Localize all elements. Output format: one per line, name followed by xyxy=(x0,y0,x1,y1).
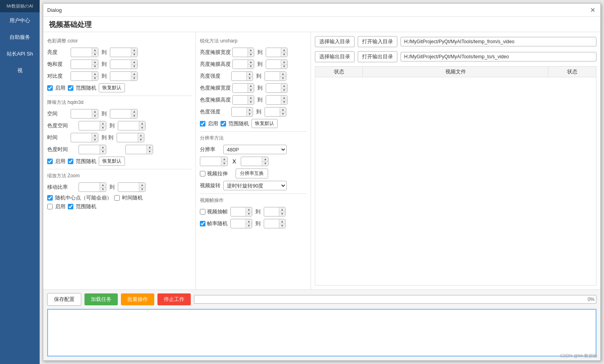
frame-random-label: 帧率随机 xyxy=(207,220,229,227)
space-from-down[interactable]: ▼ xyxy=(92,114,98,119)
contrast-from-up[interactable]: ▲ xyxy=(92,72,98,77)
saturation-from-up[interactable]: ▲ xyxy=(92,60,98,65)
brightness-to-wrap: 0.30 ▲ ▼ xyxy=(110,48,138,57)
brt-strength-label: 亮度强度 xyxy=(200,73,230,80)
frame-extract-checkbox[interactable] xyxy=(200,209,205,215)
close-button[interactable]: ✕ xyxy=(589,6,596,14)
sharpen-random-checkbox[interactable] xyxy=(221,121,226,126)
output-dir-path: H:/MyGitProject/PyQt/MyAITools/temp_to/s… xyxy=(401,52,596,61)
select-input-dir-button[interactable]: 选择输入目录 xyxy=(315,36,355,47)
rotation-select[interactable]: 不旋转 顺时针旋转90度 逆时针旋转90度 旋转180度 xyxy=(223,181,287,190)
sharpen-reset-button[interactable]: 恢复默认 xyxy=(251,119,278,128)
dialog-title: Dialog xyxy=(47,7,62,13)
batch-op-button[interactable]: 批量操作 xyxy=(121,293,154,305)
file-table-header: 状态 视频文件 状态 xyxy=(315,66,596,77)
brightness-to-up[interactable]: ▲ xyxy=(131,48,137,53)
brt-mask-w-label: 亮度掩膜宽度 xyxy=(200,49,231,56)
output-dir-row: 选择输出目录 打开输出目录 H:/MyGitProject/PyQt/MyAIT… xyxy=(315,51,596,62)
sharpen-random-label: 范围随机 xyxy=(228,120,249,127)
zoom-random-center-checkbox[interactable] xyxy=(47,195,53,201)
space-to-up[interactable]: ▲ xyxy=(131,109,137,114)
denoise-section-title: 降噪方法 hqdn3d xyxy=(47,99,192,106)
sidebar-item-usercenter[interactable]: 用户中心 xyxy=(0,12,40,29)
denoise-divider xyxy=(47,169,192,169)
rotation-divider xyxy=(200,193,307,194)
space-from-up[interactable]: ▲ xyxy=(92,109,98,114)
chroma-strength-label: 色度强度 xyxy=(200,108,230,115)
sidebar-header: Mr数据杨のAI xyxy=(0,0,40,12)
zoom-time-random-label: 时间随机 xyxy=(122,194,143,201)
col-status2: 状态 xyxy=(548,67,596,77)
stretch-row: 视频拉伸 分辨率互换 xyxy=(200,169,307,178)
time-label: 时间 xyxy=(47,134,69,141)
denoise-checkbox-row: 启用 范围随机 恢复默认 xyxy=(47,157,192,166)
stretch-checkbox[interactable] xyxy=(200,171,205,176)
open-input-dir-button[interactable]: 打开输入目录 xyxy=(358,36,397,47)
brightness-from-up[interactable]: ▲ xyxy=(92,48,98,53)
sharpen-enable-label: 启用 xyxy=(208,120,218,127)
resolution-row: 分辨率 480P 720P 1080P 原始 xyxy=(200,145,307,154)
open-output-dir-button[interactable]: 打开输出目录 xyxy=(358,51,397,62)
saturation-to-down[interactable]: ▼ xyxy=(131,65,137,69)
brightness-to-label: 到 xyxy=(100,49,108,56)
zoom-checkbox-row2: 启用 范围随机 xyxy=(47,203,192,210)
frame-extract-label: 视频抽帧 xyxy=(207,208,229,215)
chroma-space-row: 色度空间 0.50 ▲ ▼ 到 3.00 ▲ xyxy=(47,121,192,130)
dialog-main-title: 视频基础处理 xyxy=(43,17,600,32)
sidebar-item-selfservice[interactable]: 自助服务 xyxy=(0,29,40,46)
denoise-random-label: 范围随机 xyxy=(76,158,96,165)
chroma-mask-h-row: 色度掩膜高度 3 ▲ ▼ 到 3 ▲ xyxy=(200,95,307,105)
file-table-body xyxy=(315,77,596,285)
brightness-label: 亮度 xyxy=(47,49,69,56)
sidebar-item-api[interactable]: 站长API Sh xyxy=(0,46,40,62)
resolution-label: 分辨率 xyxy=(200,146,222,153)
saturation-to-up[interactable]: ▲ xyxy=(131,60,137,65)
col-file: 视频文件 xyxy=(363,67,548,77)
frame-extract-row: 视频抽帧 10 ▲ ▼ 到 20 ▲ xyxy=(200,207,307,216)
space-to-down[interactable]: ▼ xyxy=(131,114,137,119)
middle-panel: 锐化方法 unsharp 亮度掩膜宽度 3 ▲ ▼ 到 3 xyxy=(196,32,311,289)
zoom-enable-checkbox[interactable] xyxy=(47,204,53,209)
contrast-to-up[interactable]: ▲ xyxy=(131,72,137,77)
contrast-to-down[interactable]: ▼ xyxy=(131,77,137,81)
resolution-select[interactable]: 480P 720P 1080P 原始 xyxy=(223,145,287,154)
brightness-to-down[interactable]: ▼ xyxy=(131,53,137,57)
bottom-bar: 保存配置 加载任务 批量操作 停止工作 0% xyxy=(43,289,600,309)
denoise-random-checkbox[interactable] xyxy=(68,159,73,164)
x-label: X xyxy=(229,158,239,165)
time-row: 时间 0 ▲ ▼ 到 到 2 ▲ xyxy=(47,133,192,142)
select-output-dir-button[interactable]: 选择输出目录 xyxy=(315,51,355,62)
dialog-overlay: Dialog ✕ 视频基础处理 色彩调整 color 亮度 0.10 xyxy=(40,0,604,364)
zoom-time-random-checkbox[interactable] xyxy=(114,195,120,201)
frame-random-checkbox[interactable] xyxy=(200,221,205,226)
sharpen-divider xyxy=(200,131,307,132)
save-config-button[interactable]: 保存配置 xyxy=(47,293,81,306)
left-panel: 色彩调整 color 亮度 0.10 ▲ ▼ 到 xyxy=(43,32,196,289)
zoom-random-label: 范围随机 xyxy=(76,203,96,210)
zoom-random-checkbox[interactable] xyxy=(68,204,73,209)
color-enable-checkbox[interactable] xyxy=(47,85,53,91)
watermark: CSDN @Mr.数据杨 xyxy=(560,353,597,359)
color-random-label: 范围随机 xyxy=(76,84,96,92)
log-area xyxy=(47,309,596,356)
denoise-enable-label: 启用 xyxy=(55,158,65,165)
contrast-from-down[interactable]: ▼ xyxy=(92,77,98,81)
denoise-reset-button[interactable]: 恢复默认 xyxy=(99,157,125,166)
sidebar-item-video[interactable]: 视 xyxy=(0,62,40,79)
swap-button[interactable]: 分辨率互换 xyxy=(236,169,268,178)
brightness-from-wrap: 0.10 ▲ ▼ xyxy=(71,48,98,57)
move-rate-row: 移动比率 0.40 ▲ ▼ 到 0.50 ▲ xyxy=(47,182,192,192)
brightness-from-down[interactable]: ▼ xyxy=(92,53,98,57)
denoise-enable-checkbox[interactable] xyxy=(47,159,53,164)
saturation-from-down[interactable]: ▼ xyxy=(92,65,98,69)
stop-work-button[interactable]: 停止工作 xyxy=(157,293,191,305)
sharpen-enable-checkbox[interactable] xyxy=(200,121,205,126)
zoom-checkbox-row1: 随机中心点（可能会崩） 时间随机 xyxy=(47,194,192,201)
color-reset-button[interactable]: 恢复默认 xyxy=(99,83,125,92)
top-section: 色彩调整 color 亮度 0.10 ▲ ▼ 到 xyxy=(43,32,600,289)
resolution-size-row: 1920 ▲ ▼ X 1080 ▲ ▼ xyxy=(200,157,307,166)
chroma-mask-w-row: 色度掩膜宽度 3 ▲ ▼ 到 3 ▲ xyxy=(200,83,307,93)
right-panel: 选择输入目录 打开输入目录 H:/MyGitProject/PyQt/MyAIT… xyxy=(311,32,600,289)
load-task-button[interactable]: 加载任务 xyxy=(84,293,118,305)
color-random-checkbox[interactable] xyxy=(68,85,73,91)
